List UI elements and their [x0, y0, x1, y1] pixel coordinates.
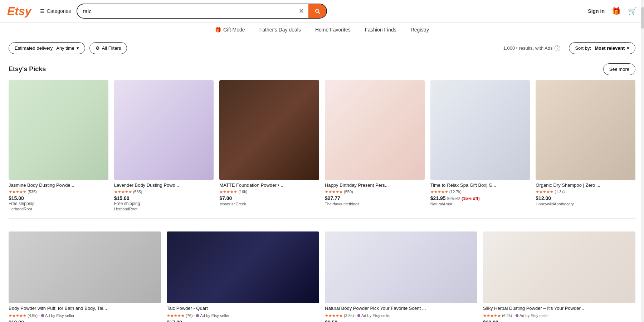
all-filters-button[interactable]: ⚙ All Filters — [89, 42, 127, 54]
product-image — [114, 80, 214, 180]
star-icons: ★★★★★ — [9, 313, 26, 318]
product-price: $28.99 — [483, 319, 635, 322]
etsy-picks-section: Etsy's Picks See more Jasmine Body Dusti… — [0, 59, 644, 215]
scrollbar[interactable] — [641, 0, 644, 322]
picks-product-card[interactable]: Lavender Body Dusting Powd... ★★★★★ (535… — [114, 80, 214, 211]
sort-value: Most relevant — [595, 45, 625, 51]
review-count: (3.8k) — [344, 313, 354, 318]
star-icons: ★★★★★ — [325, 190, 343, 194]
bottom-product-card[interactable]: Body Powder with Puff, for Bath and Body… — [9, 231, 161, 322]
cart-icon-button[interactable]: 🛒 — [628, 7, 637, 15]
old-price: $25.82 — [447, 196, 460, 201]
shop-name: Theirfavouritethings — [325, 202, 425, 206]
categories-button[interactable]: ☰ Categories — [40, 8, 71, 14]
ad-label: Ad by Etsy seller — [200, 313, 229, 318]
picks-product-card[interactable]: Jasmine Body Dusting Powde... ★★★★★ (535… — [9, 80, 108, 211]
review-count: (16k) — [238, 190, 247, 194]
product-stars: ★★★★★ (12.7k) — [430, 190, 530, 194]
info-icon[interactable]: ? — [555, 45, 560, 51]
product-stars: ★★★★★ (4.5k) ·Ad by Etsy seller — [9, 313, 161, 318]
search-icon — [314, 8, 321, 14]
review-count: (535) — [133, 190, 142, 194]
ad-separator: · — [513, 313, 514, 318]
bottom-products-section: Body Powder with Puff, for Bath and Body… — [0, 221, 644, 322]
sort-label: Sort by: — [575, 45, 591, 51]
product-title: Happy Birthday Present Pers... — [325, 182, 425, 189]
sign-in-button[interactable]: Sign in — [588, 8, 605, 14]
bottom-product-card[interactable]: Silky Herbal Dusting Powder – It's Your … — [483, 231, 635, 322]
clear-search-button[interactable]: ✕ — [294, 7, 308, 15]
review-count: (6.2k) — [502, 313, 512, 318]
results-info: 1,000+ results, with Ads ? — [503, 45, 561, 51]
bottom-product-card[interactable]: Talc Powder - Quart ★★★★★ (76) ·Ad by Et… — [167, 231, 319, 322]
ad-separator: · — [39, 313, 40, 318]
gift-icon-button[interactable]: 🎁 — [612, 7, 621, 15]
star-icons: ★★★★★ — [325, 313, 343, 318]
nav-registry-label: Registry — [411, 27, 429, 33]
ad-dot-icon — [357, 314, 360, 317]
star-icons: ★★★★★ — [536, 190, 553, 194]
product-title: Talc Powder - Quart — [167, 305, 319, 312]
discount-badge: (15% off) — [462, 196, 480, 201]
product-price: $15.00 — [9, 195, 108, 201]
review-count: (12.7k) — [449, 190, 462, 194]
product-stars: ★★★★★ (6.2k) ·Ad by Etsy seller — [483, 313, 635, 318]
product-price: $21.95 $25.82 (15% off) — [430, 195, 530, 201]
star-icons: ★★★★★ — [430, 190, 448, 194]
review-count: (535) — [28, 190, 37, 194]
product-price: $18.90 — [9, 319, 161, 322]
product-image — [219, 80, 319, 180]
delivery-value: Any time — [56, 45, 74, 51]
product-title: Natural Body Powder Pick Your Favorite S… — [325, 305, 477, 312]
picks-product-card[interactable]: Time to Relax Spa Gift Box| G... ★★★★★ (… — [430, 80, 530, 211]
etsy-logo[interactable]: Etsy — [7, 5, 31, 18]
see-more-button[interactable]: See more — [603, 63, 635, 75]
search-bar: ✕ — [77, 4, 327, 19]
nav-gift-mode[interactable]: 🎁 Gift Mode — [215, 27, 245, 33]
product-image — [483, 231, 635, 303]
section-title: Etsy's Picks — [9, 65, 46, 73]
product-title: MATTE Foundation Powder • ... — [219, 182, 319, 189]
results-text: 1,000+ results, with Ads — [503, 45, 553, 51]
review-count: (76) — [186, 313, 193, 318]
shop-name: NaturalAmor — [430, 202, 530, 206]
delivery-filter[interactable]: Estimated delivery Any time ▾ — [9, 42, 85, 54]
picks-product-card[interactable]: Organic Dry Shampoo | Zero ... ★★★★★ (1.… — [536, 80, 635, 211]
bottom-product-card[interactable]: Natural Body Powder Pick Your Favorite S… — [325, 231, 477, 322]
search-input[interactable] — [77, 5, 294, 18]
product-stars: ★★★★★ (1.3k) — [536, 190, 635, 194]
nav-fathers-day[interactable]: Father's Day deals — [259, 27, 301, 33]
review-count: (4.5k) — [28, 313, 38, 318]
product-image — [430, 80, 530, 180]
product-price: $17.99 — [167, 319, 319, 322]
search-button[interactable] — [308, 4, 326, 18]
ad-dot-icon — [516, 314, 518, 317]
star-icons: ★★★★★ — [114, 190, 132, 194]
nav-fashion-finds[interactable]: Fashion Finds — [365, 27, 396, 33]
star-icons: ★★★★★ — [219, 190, 237, 194]
hamburger-icon: ☰ — [40, 8, 45, 14]
product-image — [536, 80, 635, 180]
shipping-info: Free shipping — [114, 201, 214, 206]
sort-button[interactable]: Sort by: Most relevant ▾ — [569, 42, 635, 54]
review-count: (1.3k) — [555, 190, 565, 194]
product-image — [325, 80, 425, 180]
picks-product-card[interactable]: Happy Birthday Present Pers... ★★★★★ (55… — [325, 80, 425, 211]
product-title: Body Powder with Puff, for Bath and Body… — [9, 305, 161, 312]
categories-label: Categories — [47, 8, 71, 14]
product-stars: ★★★★★ (535) — [9, 190, 108, 194]
nav-home-favorites[interactable]: Home Favorites — [315, 27, 351, 33]
product-price: $8.58 — [325, 319, 477, 322]
shop-name: MoonriseCreek — [219, 202, 319, 206]
product-image — [325, 231, 477, 303]
review-count: (550) — [344, 190, 353, 194]
ad-dot-icon — [41, 314, 44, 317]
sort-chevron-icon: ▾ — [627, 45, 629, 51]
picks-product-card[interactable]: MATTE Foundation Powder • ... ★★★★★ (16k… — [219, 80, 319, 211]
scrollbar-thumb — [641, 7, 644, 29]
product-image — [9, 80, 108, 180]
product-title: Jasmine Body Dusting Powde... — [9, 182, 108, 189]
section-divider — [9, 218, 635, 219]
product-stars: ★★★★★ (550) — [325, 190, 425, 194]
nav-registry[interactable]: Registry — [411, 27, 429, 33]
